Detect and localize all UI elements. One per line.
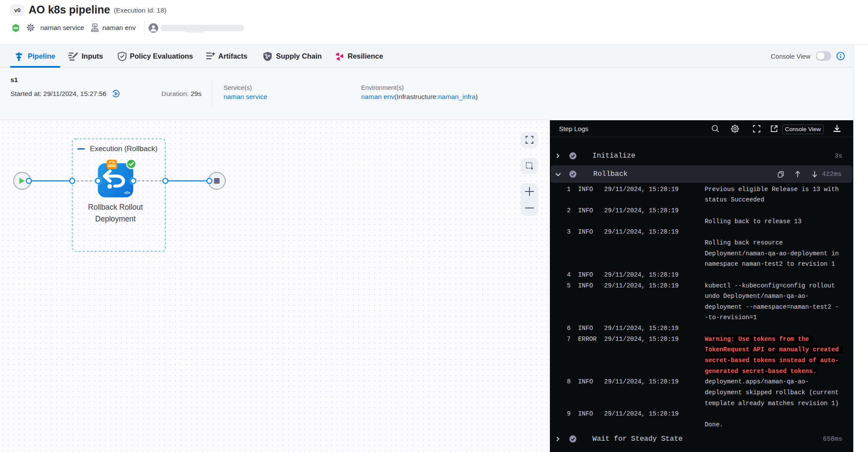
svg-text:</>: </> <box>124 190 130 195</box>
